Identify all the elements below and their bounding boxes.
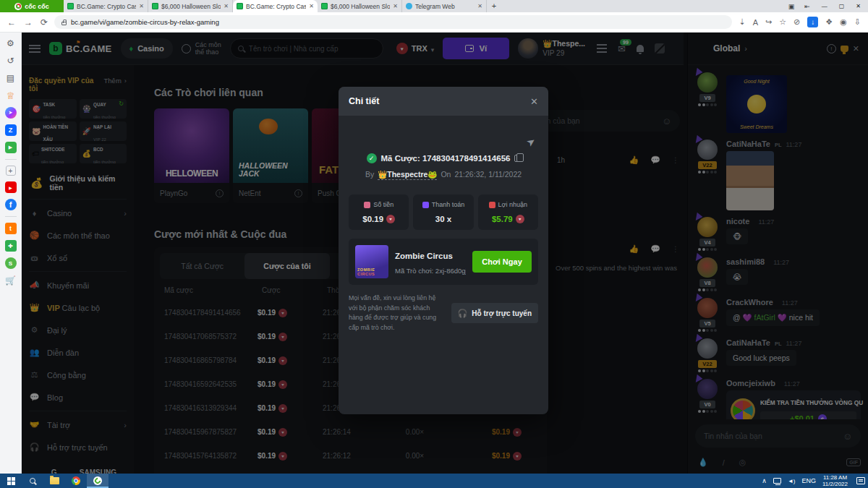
sidebar-app-icon[interactable]: ▶	[5, 142, 17, 153]
file-explorer-icon[interactable]	[43, 474, 65, 488]
sidebar-app-icon[interactable]: +	[6, 166, 16, 176]
toolbar-icon[interactable]: ⇩	[854, 17, 861, 27]
sidebar-app-icon[interactable]: ▤	[5, 72, 17, 84]
stat-box: Thanh toán 30 x	[413, 194, 473, 230]
tab-title: $6,000 Halloween Slot Battle	[331, 3, 390, 10]
sidebar-app-icon[interactable]: ♕	[5, 90, 17, 101]
bet-id-text: Mã Cược: 1748304178491414656	[381, 154, 511, 163]
coccoc-brand[interactable]: cốc cốc	[0, 0, 64, 12]
nav-icon[interactable]: ←	[7, 17, 16, 27]
sidebar-app-icon[interactable]: Z	[5, 124, 17, 136]
toolbar-icon[interactable]: ◉	[840, 17, 847, 27]
stat-value: 30 x	[416, 215, 470, 223]
tab-close-icon[interactable]: ✕	[393, 4, 398, 9]
stat-icon	[364, 202, 370, 208]
sidebar-app-icon[interactable]: ➤	[5, 107, 17, 119]
browser-tab[interactable]: Telegram Web ✕	[402, 0, 487, 12]
sidebar-app-icon[interactable]: ✚	[5, 240, 17, 252]
modal-close-icon[interactable]: ✕	[530, 96, 538, 107]
share-icon[interactable]	[527, 136, 535, 147]
modal-game-card: ZOMBIE CIRCUS Zombie Circus Mã Trò chơi:…	[349, 239, 538, 285]
sidebar-app-icon[interactable]: 🛒	[5, 275, 17, 286]
tab-title: BC.Game: Crypto Casino Gan	[77, 3, 136, 10]
screen: cốc cốc BC.Game: Crypto Casino Gan ✕ $6,…	[0, 0, 868, 488]
start-button[interactable]	[0, 474, 22, 488]
browser-tabs: BC.Game: Crypto Casino Gan ✕ $6,000 Hall…	[64, 0, 487, 12]
nav-icon[interactable]: ⟳	[41, 17, 48, 27]
strip-tool-icon[interactable]: ▣	[788, 3, 795, 10]
browser-tab[interactable]: BC.Game: Crypto Casino Gan ✕	[233, 0, 318, 12]
stat-icon	[489, 202, 495, 208]
tab-title: Telegram Web	[415, 3, 475, 10]
browser-tab[interactable]: $6,000 Halloween Slot Battle ✕	[148, 0, 233, 12]
notification-center-icon[interactable]	[856, 477, 865, 484]
sidebar-app-icon[interactable]	[5, 159, 17, 160]
sidebar-app-icon[interactable]: t	[5, 223, 17, 234]
browser-toolbar: ←→⟳ bc.game/vi/game/zombie-circus-by-rel…	[0, 12, 868, 33]
sidebar-app-icon[interactable]	[5, 216, 17, 217]
sidebar-app-icon[interactable]: ⚙	[5, 38, 17, 49]
game-thumbnail[interactable]: ZOMBIE CIRCUS	[355, 245, 388, 278]
browser-tab[interactable]: $6,000 Halloween Slot Battle ✕	[318, 0, 402, 12]
bet-user-link[interactable]: 👑Thespectre🐸	[378, 170, 437, 180]
sidebar-app-icon[interactable]: f	[5, 199, 17, 210]
chrome-icon[interactable]	[65, 474, 87, 488]
bet-stats: Số tiền $0.19 Thanh toán 30 x Lợi nhuận …	[349, 194, 538, 230]
tab-close-icon[interactable]: ✕	[139, 4, 144, 9]
new-tab-button[interactable]: +	[487, 0, 501, 12]
headset-icon: 🎧	[458, 309, 468, 318]
toolbar-icons: ⇣A↪☆⊘↓❖◉⇩	[739, 17, 861, 27]
bcgame-page: b BC.GAME⚑ ♦ Casino Các mônthể thao TRX	[22, 33, 868, 474]
stat-value: $0.19	[352, 215, 406, 223]
tab-title: BC.Game: Crypto Casino Gan	[246, 3, 306, 10]
bet-details-modal: Chi tiết ✕ Mã Cược: 1748304178491414656 …	[339, 87, 548, 414]
window-control[interactable]: —	[822, 3, 827, 9]
address-bar[interactable]: bc.game/vi/game/zombie-circus-by-relax-g…	[54, 15, 732, 29]
bet-id-line: Mã Cược: 1748304178491414656	[349, 153, 538, 163]
toolbar-icon[interactable]: ↓	[807, 17, 818, 27]
support-note: Mọi vấn đề, xin vui lòng liên hệ với bộ …	[349, 294, 444, 333]
browser-tab-strip: cốc cốc BC.Game: Crypto Casino Gan ✕ $6,…	[0, 0, 868, 12]
tab-close-icon[interactable]: ✕	[477, 4, 482, 9]
toolbar-icon[interactable]: ☆	[779, 17, 786, 27]
window-control[interactable]: ✕	[856, 3, 861, 9]
live-support-button[interactable]: 🎧Hỗ trợ trực tuyến	[451, 303, 538, 323]
language-indicator[interactable]: ENG	[801, 477, 816, 484]
sidebar-app-icon[interactable]: ▶	[5, 181, 17, 193]
game-title: Zombie Circus	[395, 252, 453, 260]
toolbar-icon[interactable]: ⇣	[739, 17, 745, 27]
volume-icon[interactable]: ◄)	[788, 478, 796, 484]
tab-favicon-icon	[237, 3, 243, 9]
nav-icon[interactable]: →	[24, 17, 33, 27]
trx-coin-icon	[516, 215, 524, 223]
toolbar-icon[interactable]: A	[753, 18, 758, 27]
sidebar-app-icon[interactable]: S	[5, 257, 17, 269]
system-tray: ∧ ◄) ENG 11:28 AM11/2/2022	[762, 474, 868, 487]
network-icon[interactable]	[773, 478, 781, 484]
bet-byline: By 👑Thespectre🐸 On 21:26:32, 1/11/2022	[349, 170, 538, 180]
coccoc-logo-icon	[14, 3, 22, 10]
sidebar-app-icon[interactable]: ↺	[5, 55, 17, 67]
toolbar-icon[interactable]: ↪	[765, 17, 772, 27]
strip-tools: ▣⇤	[788, 0, 817, 12]
clock[interactable]: 11:28 AM11/2/2022	[822, 474, 848, 487]
window-controls: —▢✕	[817, 0, 868, 12]
tab-close-icon[interactable]: ✕	[309, 4, 314, 9]
modal-title: Chi tiết	[349, 96, 379, 106]
play-now-button[interactable]: Chơi Ngay	[472, 251, 532, 273]
windows-taskbar: ∧ ◄) ENG 11:28 AM11/2/2022	[0, 474, 868, 488]
coccoc-taskbar-icon[interactable]	[87, 474, 109, 488]
toolbar-icon[interactable]: ⊘	[793, 17, 800, 27]
window-control[interactable]: ▢	[839, 3, 845, 9]
browser-tab[interactable]: BC.Game: Crypto Casino Gan ✕	[64, 0, 148, 12]
taskbar-search-icon[interactable]	[22, 474, 43, 488]
tab-favicon-icon	[406, 3, 412, 9]
tray-expand-icon[interactable]: ∧	[762, 477, 767, 484]
tab-close-icon[interactable]: ✕	[224, 4, 229, 9]
tab-favicon-icon	[67, 3, 74, 9]
stat-box: Số tiền $0.19	[349, 194, 409, 230]
toolbar-icon[interactable]: ❖	[825, 17, 833, 27]
strip-tool-icon[interactable]: ⇤	[804, 3, 810, 10]
stat-label-row: Lợi nhuận	[481, 201, 535, 208]
copy-icon[interactable]	[514, 155, 520, 162]
